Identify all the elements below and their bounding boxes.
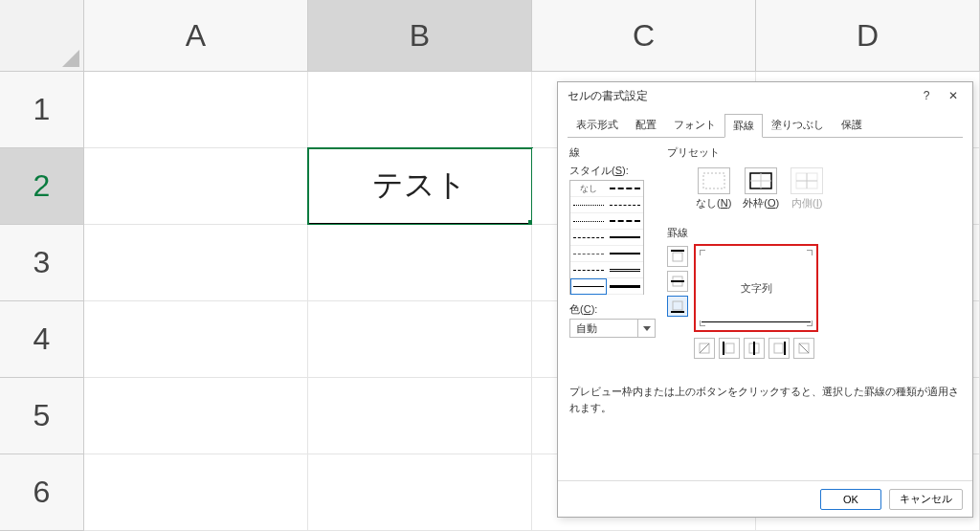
line-group-label: 線 [569,145,656,160]
border-preview[interactable]: 文字列 [694,244,818,332]
col-header-D[interactable]: D [756,0,980,72]
svg-line-24 [799,343,809,353]
line-style-opt[interactable] [607,246,643,262]
line-style-list[interactable]: なし [569,180,644,295]
cell-A5[interactable] [84,378,308,454]
preview-text: 文字列 [741,281,772,296]
line-style-opt[interactable] [607,213,643,230]
line-style-opt[interactable] [570,230,607,246]
line-style-opt[interactable] [570,246,607,262]
color-value: 自動 [569,319,638,338]
tab-number[interactable]: 表示形式 [568,113,627,137]
preset-none[interactable]: なし(N) [696,167,731,210]
line-style-opt[interactable] [607,181,643,197]
cell-A1[interactable] [84,72,308,148]
tab-border[interactable]: 罫線 [724,114,763,138]
row-header-1[interactable]: 1 [0,72,84,148]
preset-group-label: プリセット [667,145,961,160]
line-group: 線 スタイル(S): なし [569,145,656,345]
border-group-label: 罫線 [667,226,961,240]
cell-A6[interactable] [84,454,308,531]
line-style-opt[interactable] [607,230,643,246]
border-right-button[interactable] [768,338,790,359]
close-button[interactable]: ✕ [940,84,967,107]
col-header-B[interactable]: B [308,0,532,72]
row-header-3[interactable]: 3 [0,225,84,301]
column-headers: A B C D [0,0,980,72]
border-top-button[interactable] [667,246,688,267]
svg-rect-10 [673,253,682,261]
style-label: スタイル(S): [569,164,656,178]
color-label: 色(C): [569,302,656,317]
cancel-button[interactable]: キャンセル [889,489,963,510]
chevron-down-icon [643,326,651,331]
preset-group: プリセット なし(N) 外枠(O) 内側(I) [667,145,961,218]
line-style-opt[interactable] [607,262,643,278]
preset-outline[interactable]: 外枠(O) [743,167,779,210]
line-style-thick[interactable] [607,278,643,295]
cell-B6[interactable] [308,454,532,531]
tab-protection[interactable]: 保護 [833,113,871,137]
dialog-tabs: 表示形式 配置 フォント 罫線 塗りつぶし 保護 [558,109,972,137]
svg-rect-21 [774,343,783,353]
cell-A4[interactable] [84,301,308,378]
tab-font[interactable]: フォント [665,113,724,137]
tab-fill[interactable]: 塗りつぶし [763,113,833,137]
line-style-opt[interactable] [570,197,607,213]
cell-B1[interactable] [308,72,532,148]
cell-B5[interactable] [308,378,532,454]
row-header-2[interactable]: 2 [0,148,84,225]
border-diag-up-button[interactable] [694,338,715,359]
border-left-button[interactable] [719,338,740,359]
cell-B2[interactable]: テスト [308,148,532,225]
svg-rect-2 [703,173,724,188]
col-header-A[interactable]: A [84,0,308,72]
ok-button[interactable]: OK [820,489,881,510]
row-header-4[interactable]: 4 [0,301,84,378]
cell-A2[interactable] [84,148,308,225]
line-style-opt[interactable] [570,262,607,278]
preset-inside[interactable]: 内側(I) [791,167,823,210]
svg-marker-1 [643,326,651,331]
dialog-titlebar[interactable]: セルの書式設定 ? ✕ [558,82,972,109]
border-group: 罫線 文字列 [667,226,961,366]
row-header-5[interactable]: 5 [0,378,84,454]
hint-text: プレビュー枠内または上のボタンをクリックすると、選択した罫線の種類が適用されます… [558,374,972,415]
cell-B4[interactable] [308,301,532,378]
tab-alignment[interactable]: 配置 [627,113,665,137]
dialog-title: セルの書式設定 [568,88,913,104]
cell-B3[interactable] [308,225,532,301]
color-picker[interactable]: 自動 [569,319,656,338]
border-diag-down-button[interactable] [793,338,814,359]
col-header-C[interactable]: C [532,0,756,72]
border-vertical-button[interactable] [744,338,765,359]
line-style-thin[interactable] [570,278,607,295]
svg-rect-18 [725,343,734,353]
format-cells-dialog: セルの書式設定 ? ✕ 表示形式 配置 フォント 罫線 塗りつぶし 保護 線 ス… [557,81,973,518]
line-style-opt[interactable] [570,213,607,230]
help-button[interactable]: ? [913,84,940,107]
line-style-opt[interactable] [607,197,643,213]
line-style-none[interactable]: なし [570,181,607,197]
row-header-6[interactable]: 6 [0,454,84,531]
svg-rect-13 [673,301,682,310]
cell-A3[interactable] [84,225,308,301]
svg-marker-0 [62,50,79,67]
svg-line-16 [700,343,709,353]
border-horizontal-button[interactable] [667,271,688,292]
color-dropdown-button[interactable] [638,319,656,338]
dialog-footer: OK キャンセル [558,480,972,517]
select-all-corner[interactable] [0,0,84,72]
border-bottom-button[interactable] [667,296,688,317]
preview-bottom-border [702,321,811,322]
